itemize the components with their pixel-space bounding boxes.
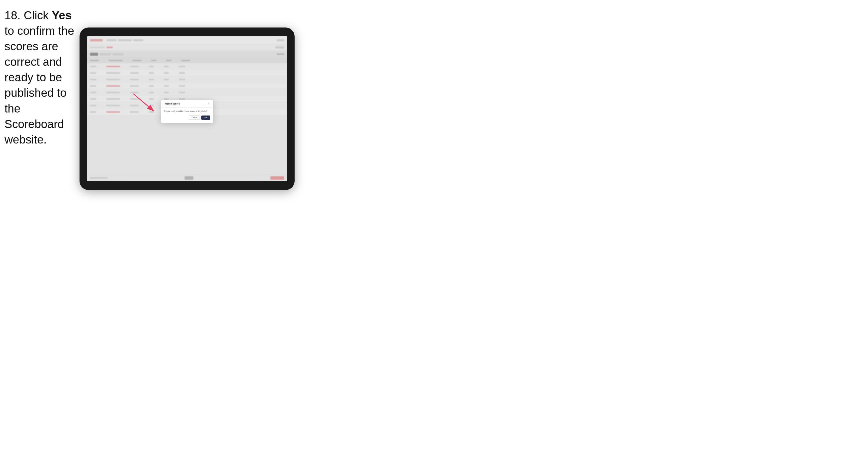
- tablet-screen: Publish scores × Are you ready to publis…: [87, 36, 287, 181]
- text-after: to confirm the scores are correct and re…: [4, 24, 74, 146]
- bold-text: Yes: [52, 9, 71, 22]
- cancel-button[interactable]: Cancel: [189, 116, 200, 120]
- publish-scores-dialog: Publish scores × Are you ready to publis…: [161, 100, 213, 123]
- dialog-body: Are you ready to publish these scores to…: [161, 107, 213, 123]
- yes-button[interactable]: Yes: [201, 116, 210, 120]
- dialog-overlay: Publish scores × Are you ready to publis…: [87, 36, 287, 181]
- text-before-bold: Click: [21, 9, 52, 22]
- dialog-close-button[interactable]: ×: [207, 102, 210, 105]
- instruction-text: 18. Click Yes to confirm the scores are …: [4, 7, 77, 147]
- step-number: 18.: [4, 9, 21, 22]
- dialog-header: Publish scores ×: [161, 100, 213, 107]
- tablet-device: Publish scores × Are you ready to publis…: [80, 28, 294, 190]
- dialog-actions: Cancel Yes: [164, 116, 210, 120]
- dialog-message: Are you ready to publish these scores to…: [164, 110, 210, 113]
- dialog-title: Publish scores: [164, 102, 180, 105]
